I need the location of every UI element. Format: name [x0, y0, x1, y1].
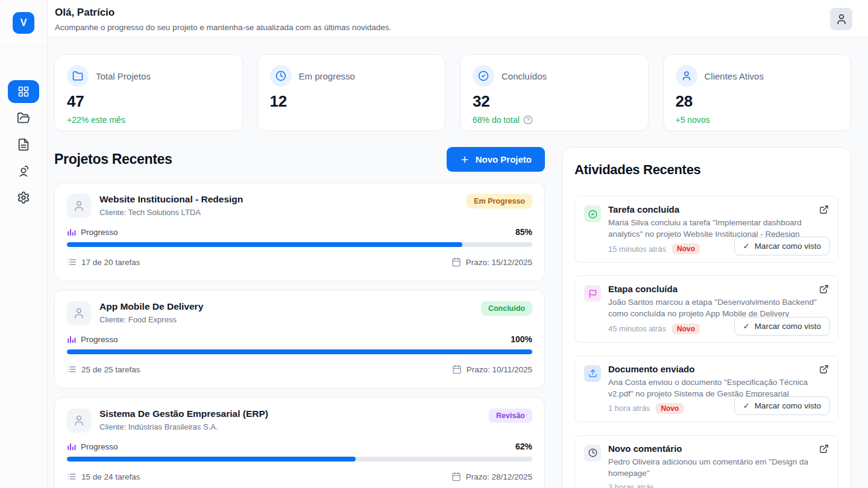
- project-card[interactable]: Sistema De Gestão Empresarial (ERP) Clie…: [54, 397, 545, 488]
- project-tasks: 15 de 24 tarefas: [67, 472, 140, 481]
- app-logo-letter: V: [20, 17, 27, 28]
- progress-label: Progresso: [67, 335, 118, 344]
- main-content: Total Projetos 47 +22% este mês Em progr…: [48, 37, 868, 488]
- list-icon: [67, 257, 77, 267]
- activity-time: 15 minutos atrás: [608, 245, 666, 254]
- stat-subtext: +5 novos: [676, 115, 839, 125]
- project-tasks: 17 de 20 tarefas: [67, 257, 140, 267]
- progress-percent: 85%: [515, 227, 532, 237]
- recent-projects-section: Projetos Recentes Novo Projeto: [54, 147, 545, 488]
- project-tasks: 25 de 25 tarefas: [67, 364, 140, 374]
- stat-value: 28: [676, 92, 839, 111]
- sidebar: V: [0, 0, 48, 488]
- stat-label: Total Projetos: [96, 71, 151, 81]
- project-card[interactable]: App Mobile De Delivery Cliente: Food Exp…: [54, 290, 545, 389]
- stat-label: Clientes Ativos: [705, 71, 764, 81]
- stat-subtext: +22% este mês: [67, 115, 230, 125]
- activity-title: Tarefa concluída: [608, 204, 829, 214]
- bar-chart-icon: [67, 442, 76, 451]
- stat-card-in-progress: Em progresso 12: [257, 54, 446, 131]
- status-badge: Em Progresso: [467, 194, 532, 208]
- stat-card-completed: Concluídos 32 68% do total: [460, 54, 649, 131]
- stat-label: Em progresso: [299, 71, 355, 81]
- folder-open-icon: [17, 111, 30, 125]
- new-badge: Novo: [672, 324, 700, 334]
- project-deadline: Prazo: 28/12/2025: [451, 472, 532, 481]
- plus-icon: [460, 155, 470, 164]
- stat-value: 47: [67, 92, 230, 111]
- project-client: Cliente: Food Express: [99, 315, 203, 324]
- project-name: Website Institucional - Redesign: [99, 194, 243, 205]
- project-name: Sistema De Gestão Empresarial (ERP): [99, 408, 268, 419]
- stat-card-active-clients: Clientes Ativos 28 +5 novos: [663, 54, 852, 131]
- help-circle-icon[interactable]: [523, 115, 533, 125]
- project-client: Cliente: Indústrias Brasileiras S.A.: [99, 422, 268, 431]
- progress-bar: [67, 457, 532, 461]
- activity-item: Documento enviado Ana Costa enviou o doc…: [574, 355, 838, 422]
- list-icon: [67, 472, 77, 481]
- clock-icon: [584, 445, 601, 461]
- gear-icon: [17, 191, 30, 204]
- document-icon: [17, 138, 30, 151]
- check-circle-icon: [584, 205, 601, 222]
- app-logo: V: [13, 12, 34, 34]
- mark-as-seen-button[interactable]: ✓ Marcar como visto: [734, 237, 830, 255]
- new-project-button[interactable]: Novo Projeto: [447, 147, 545, 172]
- activity-title: Documento enviado: [608, 364, 829, 374]
- sidebar-item-dashboard[interactable]: [8, 80, 39, 103]
- user-icon: [835, 13, 848, 25]
- new-badge: Novo: [656, 403, 684, 414]
- user-icon: [73, 307, 85, 319]
- activity-title: Novo comentário: [608, 443, 829, 454]
- project-name: App Mobile De Delivery: [99, 301, 203, 312]
- project-card[interactable]: Website Institucional - Redesign Cliente…: [54, 183, 545, 281]
- upload-icon: [584, 365, 601, 382]
- check-circle-icon: [473, 65, 494, 87]
- stat-value: 12: [270, 92, 433, 111]
- sidebar-divider: [0, 46, 47, 47]
- sidebar-item-clients[interactable]: [8, 160, 39, 183]
- user-icon: [73, 200, 85, 212]
- stat-value: 32: [473, 92, 636, 111]
- activity-item: Etapa concluída João Santos marcou a eta…: [574, 275, 838, 342]
- progress-bar: [67, 242, 532, 247]
- flag-icon: [584, 285, 601, 302]
- external-link-icon[interactable]: [818, 363, 830, 375]
- list-icon: [67, 364, 77, 374]
- calendar-icon: [452, 364, 462, 374]
- sidebar-item-projects[interactable]: [8, 107, 39, 130]
- page-title: Olá, Patrício: [55, 7, 115, 19]
- status-badge: Concluído: [481, 301, 532, 316]
- folder-icon: [67, 65, 89, 87]
- activity-item: Novo comentário Pedro Oliveira adicionou…: [574, 435, 838, 488]
- stat-label: Concluídos: [502, 71, 547, 81]
- bar-chart-icon: [67, 228, 76, 237]
- user-profile-button[interactable]: [830, 8, 852, 30]
- project-avatar: [67, 408, 91, 433]
- external-link-icon[interactable]: [818, 283, 830, 295]
- mark-as-seen-button[interactable]: ✓ Marcar como visto: [734, 317, 830, 336]
- activity-description: Pedro Oliveira adicionou um comentário e…: [608, 456, 829, 479]
- stat-subtext: 68% do total: [473, 115, 636, 125]
- activity-description: João Santos marcou a etapa "Desenvolvime…: [608, 296, 829, 319]
- sidebar-item-settings[interactable]: [8, 186, 39, 209]
- clock-icon: [270, 65, 292, 87]
- calendar-icon: [451, 257, 461, 267]
- top-bar: Olá, Patrício Acompanhe o progresso do s…: [48, 0, 868, 37]
- calendar-icon: [451, 472, 461, 481]
- activity-time: 1 hora atrás: [608, 404, 650, 413]
- project-deadline: Prazo: 15/12/2025: [451, 257, 532, 267]
- sidebar-item-documents[interactable]: [8, 133, 39, 156]
- activity-item: Tarefa concluída Maria Silva concluiu a …: [574, 196, 838, 263]
- activity-time: 45 minutos atrás: [608, 324, 666, 333]
- activity-title: Etapa concluída: [608, 284, 829, 294]
- check-icon: ✓: [743, 401, 750, 410]
- external-link-icon[interactable]: [818, 443, 830, 455]
- progress-label: Progresso: [67, 442, 118, 451]
- user-icon: [73, 414, 85, 427]
- progress-bar-fill: [67, 242, 462, 247]
- progress-label: Progresso: [67, 228, 118, 237]
- external-link-icon[interactable]: [818, 204, 830, 216]
- project-client: Cliente: Tech Solutions LTDA: [99, 208, 243, 217]
- mark-as-seen-button[interactable]: ✓ Marcar como visto: [734, 396, 830, 415]
